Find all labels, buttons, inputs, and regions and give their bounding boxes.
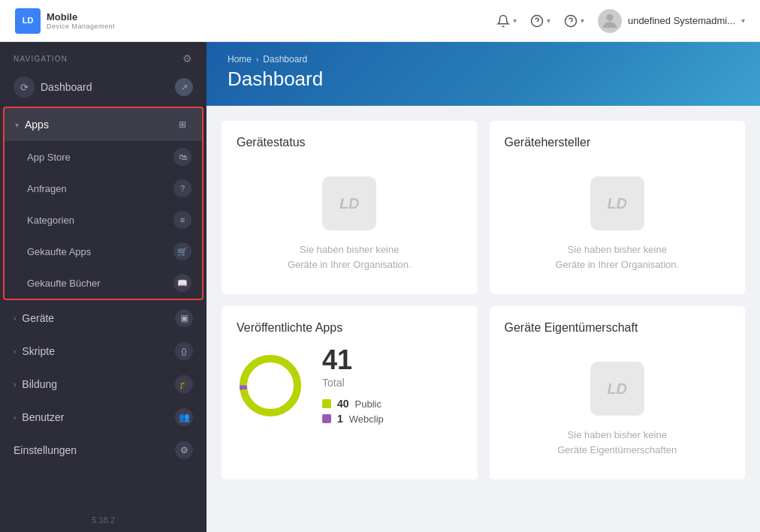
- apps-grid-icon: ⊞: [173, 116, 192, 134]
- bildung-icon: 🎓: [175, 375, 193, 393]
- dashboard-grid: Gerätestatus LD Sie haben bisher keineGe…: [207, 106, 760, 494]
- sidebar-item-einstellungen[interactable]: Einstellungen ⚙: [0, 434, 207, 467]
- empty-text-geraetestatus: Sie haben bisher keineGeräte in Ihrer Or…: [288, 242, 412, 272]
- sidebar-label-dashboard: Dashboard: [41, 81, 92, 93]
- sidebar-item-gekaufte-buecher[interactable]: Gekaufte Bücher 📖: [5, 267, 202, 299]
- skripte-chevron: ›: [14, 347, 16, 356]
- main-content: Home › Dashboard Dashboard Gerätestatus …: [207, 42, 760, 532]
- apps-stats: 41 Total 40 Public 1 Webclip: [237, 347, 463, 425]
- app-store-icon: 🛍: [173, 148, 192, 166]
- page-title: Dashboard: [228, 68, 739, 91]
- anfragen-icon: ?: [173, 179, 192, 197]
- card-geraetestatus: Gerätestatus LD Sie haben bisher keineGe…: [222, 121, 478, 294]
- nav-section-label: NAVIGATION ⚙: [0, 42, 207, 69]
- stats-right: 41 Total 40 Public 1 Webclip: [322, 347, 384, 425]
- empty-logo-geraetehersteller: LD: [590, 176, 644, 230]
- top-header: LD Mobile Device Management ▾ ▾: [0, 0, 760, 42]
- sidebar-item-bildung[interactable]: › Bildung 🎓: [0, 368, 207, 401]
- help-button[interactable]: ▾: [564, 14, 584, 28]
- sidebar-label-skripte: Skripte: [22, 345, 55, 357]
- sidebar-label-kategorien: Kategorien: [27, 215, 74, 226]
- card-geraete-eigentuemerschaft-title: Geräte Eigentümerschaft: [505, 321, 731, 335]
- sidebar-label-bildung: Bildung: [22, 378, 57, 390]
- empty-text-eigentuemerschaft: Sie haben bisher keineGeräte Eigentümers…: [557, 428, 677, 457]
- breadcrumb-current: Dashboard: [263, 54, 307, 65]
- total-label: Total: [322, 377, 384, 389]
- sidebar-label-einstellungen: Einstellungen: [14, 444, 77, 456]
- card-geraetestatus-title: Gerätestatus: [237, 136, 463, 149]
- sidebar-item-skripte[interactable]: › Skripte {}: [0, 335, 207, 368]
- card-geraetehersteller: Gerätehersteller LD Sie haben bisher kei…: [490, 121, 746, 294]
- logo-icon: LD: [15, 8, 41, 34]
- breadcrumb-home[interactable]: Home: [228, 54, 252, 65]
- empty-logo-eigentuemerschaft: LD: [590, 362, 644, 416]
- sidebar-label-benutzer: Benutzer: [22, 411, 64, 423]
- sidebar-label-anfragen: Anfragen: [27, 183, 67, 194]
- geraete-icon: ▣: [175, 309, 193, 327]
- skripte-icon: {}: [175, 342, 193, 360]
- webclip-dot: [322, 414, 331, 423]
- sidebar-item-kategorien[interactable]: Kategorien ≡: [5, 204, 202, 236]
- sidebar-item-gekaufte-apps[interactable]: Gekaufte Apps 🛒: [5, 236, 202, 267]
- sidebar-label-gekaufte-buecher: Gekaufte Bücher: [27, 278, 101, 289]
- public-dot: [322, 399, 331, 408]
- apps-chevron: ▾: [15, 121, 19, 129]
- empty-text-geraetehersteller: Sie haben bisher keineGeräte in Ihrer Or…: [555, 242, 679, 272]
- svg-point-6: [243, 359, 297, 413]
- notifications-button[interactable]: ▾: [496, 14, 517, 28]
- card-geraetehersteller-title: Gerätehersteller: [505, 136, 731, 149]
- breadcrumb: Home › Dashboard: [228, 54, 739, 65]
- gekaufte-buecher-icon: 📖: [173, 274, 192, 292]
- sidebar-item-anfragen[interactable]: Anfragen ?: [5, 173, 202, 204]
- sidebar-label-apps: Apps: [25, 119, 49, 131]
- bildung-chevron: ›: [14, 380, 16, 389]
- body-layout: NAVIGATION ⚙ ⟳ Dashboard ↗ ▾ Apps ⊞ App …: [0, 42, 760, 532]
- einstellungen-icon: ⚙: [175, 441, 193, 459]
- sidebar-item-geraete[interactable]: › Geräte ▣: [0, 302, 207, 335]
- nav-settings-icon[interactable]: ⚙: [182, 53, 193, 65]
- dashboard-action-icon: ↗: [175, 78, 193, 96]
- page-header: Home › Dashboard Dashboard: [207, 42, 760, 106]
- apps-section: ▾ Apps ⊞ App Store 🛍 Anfragen ? Kategori…: [3, 107, 204, 300]
- user-avatar: [598, 9, 622, 33]
- stat-row-webclip: 1 Webclip: [322, 413, 384, 425]
- benutzer-icon: 👥: [175, 408, 193, 426]
- gekaufte-apps-icon: 🛒: [173, 242, 192, 260]
- app-subtitle: Device Management: [47, 23, 115, 30]
- webclip-count: 1: [337, 413, 343, 425]
- benutzer-chevron: ›: [14, 413, 16, 422]
- kategorien-icon: ≡: [173, 211, 192, 229]
- sidebar-item-dashboard[interactable]: ⟳ Dashboard ↗: [0, 69, 207, 105]
- public-count: 40: [337, 398, 349, 410]
- support-button[interactable]: ▾: [530, 14, 550, 28]
- geraete-chevron: ›: [14, 314, 16, 323]
- empty-logo-geraetestatus: LD: [322, 176, 376, 230]
- donut-chart: [237, 352, 304, 419]
- sidebar: NAVIGATION ⚙ ⟳ Dashboard ↗ ▾ Apps ⊞ App …: [0, 42, 207, 532]
- app-title: Mobile: [47, 11, 115, 23]
- sidebar-label-app-store: App Store: [27, 152, 71, 163]
- user-menu[interactable]: undefined Systemadmi... ▾: [598, 9, 745, 33]
- user-name: undefined Systemadmi...: [628, 15, 735, 26]
- sidebar-label-gekaufte-apps: Gekaufte Apps: [27, 246, 91, 257]
- card-geraete-eigentuemerschaft-empty: LD Sie haben bisher keineGeräte Eigentüm…: [505, 347, 731, 464]
- logo-text: Mobile Device Management: [47, 11, 115, 31]
- dashboard-icon: ⟳: [14, 77, 35, 98]
- sidebar-item-app-store[interactable]: App Store 🛍: [5, 141, 202, 173]
- sidebar-item-apps[interactable]: ▾ Apps ⊞: [5, 108, 202, 141]
- header-actions: ▾ ▾ ▾ undefined: [496, 9, 745, 33]
- sidebar-item-benutzer[interactable]: › Benutzer 👥: [0, 401, 207, 434]
- logo-area: LD Mobile Device Management: [15, 8, 218, 34]
- public-label: Public: [355, 398, 382, 410]
- stat-row-public: 40 Public: [322, 398, 384, 410]
- card-geraetehersteller-empty: LD Sie haben bisher keineGeräte in Ihrer…: [505, 161, 731, 279]
- card-geraetestatus-empty: LD Sie haben bisher keineGeräte in Ihrer…: [237, 161, 463, 279]
- card-veroeffentlichte-apps-title: Veröffentlichte Apps: [237, 321, 463, 335]
- total-count: 41: [322, 347, 384, 374]
- card-veroeffentlichte-apps: Veröffentlichte Apps 41: [222, 306, 478, 479]
- card-geraete-eigentuemerschaft: Geräte Eigentümerschaft LD Sie haben bis…: [490, 306, 746, 479]
- sidebar-label-geraete: Geräte: [22, 312, 54, 324]
- breadcrumb-chevron: ›: [256, 56, 258, 64]
- sidebar-version: 5.18.2: [0, 508, 207, 532]
- webclip-label: Webclip: [349, 413, 384, 425]
